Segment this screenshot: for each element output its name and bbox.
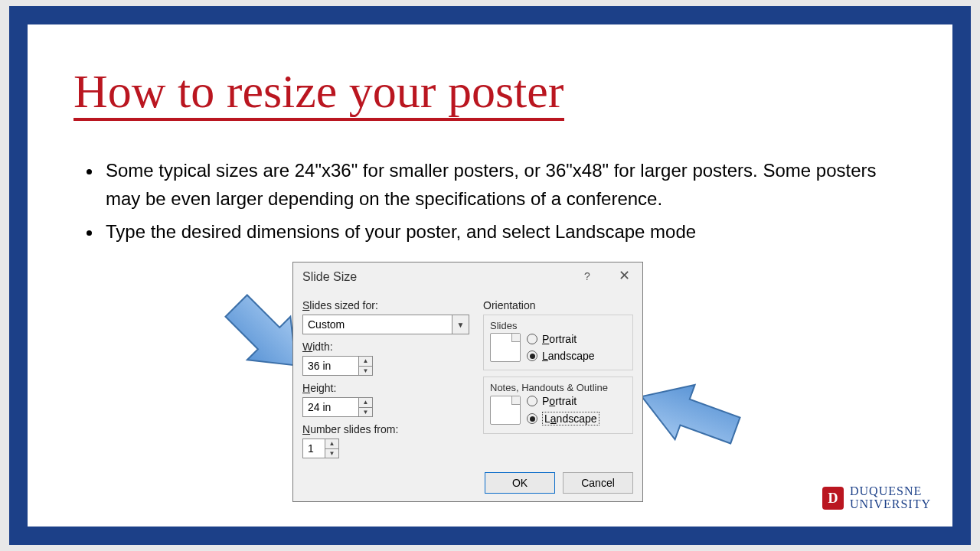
dialog-right-column: Orientation Slides Portrait Landscape — [483, 296, 633, 434]
slides-portrait-radio[interactable]: Portrait — [527, 333, 595, 345]
combo-value: Custom — [303, 318, 452, 331]
width-spinner[interactable]: ▲▼ — [358, 357, 372, 375]
slides-landscape-radio[interactable]: Landscape — [527, 350, 595, 362]
notes-group-label: Notes, Handouts & Outline — [490, 382, 626, 393]
page-icon — [490, 333, 521, 362]
radio-icon — [527, 396, 537, 406]
height-value: 24 in — [303, 401, 358, 413]
slides-sized-for-select[interactable]: Custom ▼ — [302, 315, 469, 334]
dialog-left-column: Slides sized for: Custom ▼ Width: 36 in … — [302, 296, 469, 458]
bullet-list: Some typical sizes are 24"x36" for small… — [77, 156, 914, 251]
radio-icon — [527, 413, 537, 424]
notes-portrait-radio[interactable]: Portrait — [527, 395, 599, 407]
radio-icon — [527, 350, 537, 361]
slides-sized-for-label: Slides sized for: — [302, 299, 469, 311]
logo-text: DUQUESNE UNIVERSITY — [850, 485, 931, 511]
orientation-label: Orientation — [483, 299, 633, 311]
logo-badge: D — [822, 487, 844, 510]
chevron-down-icon[interactable]: ▼ — [452, 315, 469, 334]
number-spinner[interactable]: ▲▼ — [325, 439, 338, 458]
ok-button[interactable]: OK — [485, 472, 555, 494]
arrow-right-icon — [631, 369, 753, 461]
close-icon[interactable]: ✕ — [612, 266, 636, 287]
slide-size-dialog: Slide Size ? ✕ Slides sized for: Custom … — [292, 262, 643, 502]
height-label: Height: — [302, 382, 469, 394]
slide: How to resize your poster Some typical s… — [9, 6, 971, 545]
number-from-input[interactable]: 1 ▲▼ — [302, 439, 339, 458]
page-title: How to resize your poster — [74, 67, 564, 121]
duquesne-logo: D DUQUESNE UNIVERSITY — [822, 485, 931, 511]
notes-landscape-radio[interactable]: Landscape — [527, 412, 599, 425]
slides-orientation-group: Slides Portrait Landscape — [483, 315, 633, 370]
width-input[interactable]: 36 in ▲▼ — [302, 356, 373, 376]
width-label: Width: — [302, 341, 469, 353]
dialog-title: Slide Size — [302, 270, 357, 284]
width-value: 36 in — [303, 360, 358, 372]
dialog-buttons: OK Cancel — [485, 472, 633, 494]
help-icon[interactable]: ? — [575, 266, 599, 287]
number-from-value: 1 — [303, 442, 325, 455]
cancel-button[interactable]: Cancel — [563, 472, 633, 494]
height-input[interactable]: 24 in ▲▼ — [302, 397, 373, 417]
bullet-item: Type the desired dimensions of your post… — [103, 217, 914, 246]
bullet-item: Some typical sizes are 24"x36" for small… — [103, 156, 914, 213]
slides-group-label: Slides — [490, 320, 626, 331]
height-spinner[interactable]: ▲▼ — [358, 398, 372, 416]
number-from-label: Number slides from: — [302, 423, 469, 435]
page-icon — [490, 396, 521, 425]
notes-orientation-group: Notes, Handouts & Outline Portrait Lands… — [483, 377, 633, 434]
radio-icon — [527, 334, 537, 344]
